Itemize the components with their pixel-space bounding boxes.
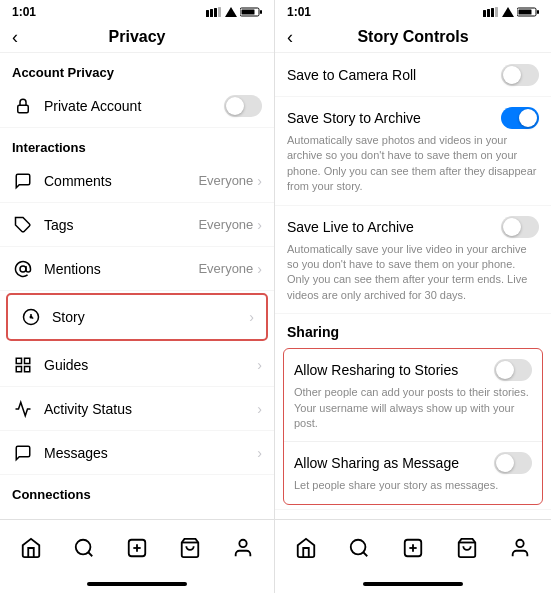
story-icon xyxy=(20,306,42,328)
tab-search-right[interactable] xyxy=(333,520,387,575)
svg-rect-34 xyxy=(495,7,498,17)
svg-point-24 xyxy=(76,539,91,554)
sharing-message-label: Allow Sharing as Message xyxy=(294,455,486,471)
svg-point-45 xyxy=(517,539,524,546)
comments-chevron: › xyxy=(257,173,262,189)
left-content: Account Privacy Private Account Interact… xyxy=(0,53,274,519)
svg-rect-6 xyxy=(242,10,255,15)
right-content: Save to Camera Roll Save Story to Archiv… xyxy=(275,53,551,519)
guides-label: Guides xyxy=(44,357,257,373)
svg-rect-37 xyxy=(519,10,532,15)
row-tags[interactable]: Tags Everyone › xyxy=(0,203,274,247)
tab-shop-right[interactable] xyxy=(440,520,494,575)
svg-rect-33 xyxy=(491,8,494,17)
save-live-toggle[interactable] xyxy=(501,216,539,238)
svg-rect-2 xyxy=(214,8,217,17)
lock-icon xyxy=(12,95,34,117)
time-right: 1:01 xyxy=(287,5,311,19)
right-panel: 1:01 ‹ Story Controls Save to Camera Rol… xyxy=(275,0,551,593)
left-panel: 1:01 ‹ Privacy Account Privacy Private A… xyxy=(0,0,275,593)
svg-rect-8 xyxy=(18,105,29,113)
row-activity-status[interactable]: Activity Status › xyxy=(0,387,274,431)
page-title-left: Privacy xyxy=(109,28,166,46)
row-share-facebook[interactable]: Share Your Story to Facebook Automatical… xyxy=(275,509,551,519)
row-comments[interactable]: Comments Everyone › xyxy=(0,159,274,203)
tag-icon xyxy=(12,214,34,236)
tab-profile-left[interactable] xyxy=(217,520,270,575)
save-camera-label: Save to Camera Roll xyxy=(287,67,501,83)
tab-shop-left[interactable] xyxy=(164,520,217,575)
svg-point-39 xyxy=(351,539,366,554)
svg-point-10 xyxy=(20,266,26,272)
resharing-label: Allow Resharing to Stories xyxy=(294,362,486,378)
mentions-chevron: › xyxy=(257,261,262,277)
row-allow-sharing-message[interactable]: Allow Sharing as Message Let people shar… xyxy=(284,442,542,503)
row-restricted[interactable]: Restricted Accounts › xyxy=(0,506,274,519)
sharing-box: Allow Resharing to Stories Other people … xyxy=(283,348,543,505)
message-icon xyxy=(12,442,34,464)
tags-chevron: › xyxy=(257,217,262,233)
back-button-left[interactable]: ‹ xyxy=(12,27,18,48)
row-story[interactable]: Story › xyxy=(8,295,266,339)
back-button-right[interactable]: ‹ xyxy=(287,27,293,48)
sharing-message-toggle[interactable] xyxy=(494,452,532,474)
tab-bar-left xyxy=(0,519,274,575)
svg-rect-7 xyxy=(260,10,262,14)
section-connections: Connections xyxy=(0,475,274,506)
row-allow-resharing[interactable]: Allow Resharing to Stories Other people … xyxy=(284,349,542,442)
comments-value: Everyone xyxy=(198,173,253,188)
row-messages[interactable]: Messages › xyxy=(0,431,274,475)
section-account-privacy: Account Privacy xyxy=(0,53,274,84)
svg-line-40 xyxy=(364,552,368,556)
svg-rect-17 xyxy=(16,366,21,371)
messages-label: Messages xyxy=(44,445,257,461)
time-left: 1:01 xyxy=(12,5,36,19)
page-title-right: Story Controls xyxy=(357,28,468,46)
nav-header-right: ‹ Story Controls xyxy=(275,22,551,53)
activity-chevron: › xyxy=(257,401,262,417)
row-private-account[interactable]: Private Account xyxy=(0,84,274,128)
svg-rect-1 xyxy=(210,9,213,17)
svg-rect-32 xyxy=(487,9,490,17)
status-bar-left: 1:01 xyxy=(0,0,274,22)
save-archive-toggle[interactable] xyxy=(501,107,539,129)
sharing-label: Sharing xyxy=(275,314,551,344)
story-label: Story xyxy=(52,309,249,325)
row-guides[interactable]: Guides › xyxy=(0,343,274,387)
tab-bar-right xyxy=(275,519,551,575)
status-bar-right: 1:01 xyxy=(275,0,551,22)
resharing-toggle[interactable] xyxy=(494,359,532,381)
row-save-camera-roll[interactable]: Save to Camera Roll xyxy=(275,53,551,97)
row-mentions[interactable]: Mentions Everyone › xyxy=(0,247,274,291)
nav-header-left: ‹ Privacy xyxy=(0,22,274,53)
tags-label: Tags xyxy=(44,217,198,233)
save-archive-desc: Automatically save photos and videos in … xyxy=(287,133,539,195)
save-live-label: Save Live to Archive xyxy=(287,219,414,235)
status-icons-left xyxy=(206,7,262,17)
tab-search-left[interactable] xyxy=(57,520,110,575)
at-icon xyxy=(12,258,34,280)
tab-add-left[interactable] xyxy=(110,520,163,575)
status-icons-right xyxy=(483,7,539,17)
svg-line-25 xyxy=(88,552,92,556)
section-interactions: Interactions xyxy=(0,128,274,159)
tab-home-right[interactable] xyxy=(279,520,333,575)
home-indicator-right xyxy=(275,575,551,593)
tags-value: Everyone xyxy=(198,217,253,232)
svg-rect-16 xyxy=(25,358,30,363)
save-archive-label: Save Story to Archive xyxy=(287,110,421,126)
messages-chevron: › xyxy=(257,445,262,461)
row-save-archive[interactable]: Save Story to Archive Automatically save… xyxy=(275,97,551,206)
private-account-label: Private Account xyxy=(44,98,224,114)
svg-point-14 xyxy=(30,316,32,318)
svg-rect-0 xyxy=(206,10,209,17)
row-save-live[interactable]: Save Live to Archive Automatically save … xyxy=(275,206,551,315)
private-account-toggle[interactable] xyxy=(224,95,262,117)
save-camera-toggle[interactable] xyxy=(501,64,539,86)
activity-label: Activity Status xyxy=(44,401,257,417)
mentions-value: Everyone xyxy=(198,261,253,276)
svg-rect-31 xyxy=(483,10,486,17)
tab-profile-right[interactable] xyxy=(493,520,547,575)
tab-add-right[interactable] xyxy=(386,520,440,575)
tab-home-left[interactable] xyxy=(4,520,57,575)
